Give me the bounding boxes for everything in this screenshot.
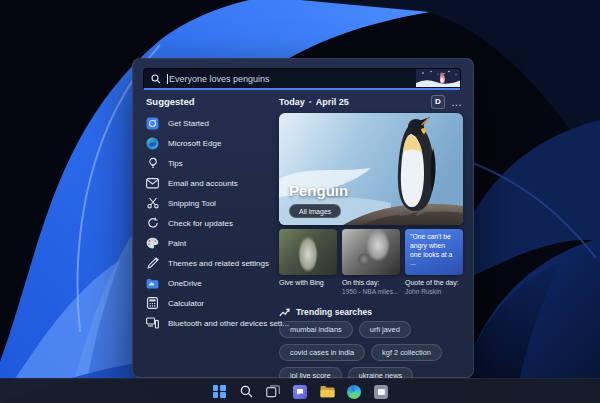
sidebar-item-microsoft-edge[interactable]: Microsoft Edge: [141, 133, 275, 153]
quote-of-the-day-card[interactable]: "One can't be angry when one looks at a …: [405, 229, 463, 275]
quote-text: "One can't be angry when one looks at a …: [405, 229, 463, 272]
onedrive-icon: [146, 277, 159, 290]
search-query-text: Everyone loves penguins: [167, 74, 416, 84]
task-view-icon: [266, 385, 280, 398]
trending-searches-header: Trending searches: [279, 307, 372, 317]
penguin-doodle-illustration: [416, 69, 460, 88]
hero-image-card-penguin[interactable]: Penguin All images: [279, 113, 463, 225]
themes-icon: [146, 257, 159, 270]
sidebar-item-get-started[interactable]: Get Started: [141, 113, 275, 133]
sidebar-item-label: Tips: [168, 159, 183, 168]
sidebar-item-label: Themes and related settings: [168, 259, 269, 268]
trending-pill[interactable]: urfi javed: [359, 321, 411, 338]
chat-button[interactable]: [292, 384, 308, 400]
tips-icon: [146, 157, 159, 170]
sidebar-item-label: Calculator: [168, 299, 204, 308]
search-panel: Everyone loves penguins Suggested Today …: [132, 58, 474, 378]
sidebar-item-snipping-tool[interactable]: Snipping Tool: [141, 193, 275, 213]
sidebar-item-label: Bluetooth and other devices sett...: [168, 319, 289, 328]
sidebar-item-label: OneDrive: [168, 279, 202, 288]
file-explorer-icon: [320, 385, 335, 398]
trending-arrow-icon: [279, 308, 290, 317]
sidebar-item-tips[interactable]: Tips: [141, 153, 275, 173]
file-explorer-button[interactable]: [319, 384, 335, 400]
date-label: April 25: [316, 97, 349, 107]
quote-caption: Quote of the day: John Ruskin: [405, 279, 463, 295]
trending-pill[interactable]: kgf 2 collection: [371, 344, 442, 361]
taskbar-search-button[interactable]: [238, 384, 254, 400]
windows-logo-icon: [213, 385, 226, 398]
sidebar-item-onedrive[interactable]: OneDrive: [141, 273, 275, 293]
sidebar-item-label: Email and accounts: [168, 179, 238, 188]
microsoft-edge-button[interactable]: [346, 384, 362, 400]
trending-pills: mumbai indians urfi javed covid cases in…: [279, 321, 469, 384]
sidebar-item-check-updates[interactable]: Check for updates: [141, 213, 275, 233]
date-header[interactable]: Today • April 25 D …: [279, 95, 463, 108]
snipping-tool-icon: [146, 197, 159, 210]
task-view-button[interactable]: [265, 384, 281, 400]
email-icon: [146, 177, 159, 190]
bluetooth-icon: [146, 317, 159, 330]
daily-cards-captions: Give with Bing On this day: 1950 - NBA m…: [279, 279, 463, 295]
daily-cards-row: "One can't be angry when one looks at a …: [279, 229, 463, 275]
calculator-icon: [146, 297, 159, 310]
sidebar-item-label: Check for updates: [168, 219, 233, 228]
sidebar-item-label: Microsoft Edge: [168, 139, 221, 148]
text-caret: [167, 74, 168, 84]
trending-pill[interactable]: covid cases in india: [279, 344, 365, 361]
start-button[interactable]: [211, 384, 227, 400]
search-icon: [240, 385, 253, 398]
trending-searches-label: Trending searches: [296, 307, 372, 317]
sidebar-item-label: Paint: [168, 239, 186, 248]
on-this-day-card[interactable]: [342, 229, 400, 275]
all-images-badge[interactable]: All images: [289, 204, 341, 218]
today-label: Today: [279, 97, 305, 107]
suggested-list: Get Started Microsoft Edge Tips Email an…: [141, 113, 275, 333]
chat-icon: [293, 385, 307, 399]
suggested-header: Suggested: [146, 96, 195, 107]
more-options-icon[interactable]: …: [451, 99, 463, 105]
give-with-bing-card[interactable]: [279, 229, 337, 275]
trending-pill[interactable]: mumbai indians: [279, 321, 353, 338]
get-started-icon: [146, 117, 159, 130]
search-input[interactable]: Everyone loves penguins: [143, 68, 461, 90]
check-updates-icon: [146, 217, 159, 230]
on-this-day-caption: On this day: 1950 - NBA miles...: [342, 279, 400, 295]
sidebar-item-label: Snipping Tool: [168, 199, 216, 208]
sidebar-item-calculator[interactable]: Calculator: [141, 293, 275, 313]
sidebar-item-paint[interactable]: Paint: [141, 233, 275, 253]
microsoft-edge-icon: [146, 137, 159, 150]
sidebar-item-bluetooth-devices[interactable]: Bluetooth and other devices sett...: [141, 313, 275, 333]
give-with-bing-caption: Give with Bing: [279, 279, 337, 295]
microsoft-edge-icon: [347, 385, 361, 399]
paint-icon: [146, 237, 159, 250]
search-icon: [151, 74, 161, 84]
sidebar-item-email-accounts[interactable]: Email and accounts: [141, 173, 275, 193]
taskbar: [0, 378, 600, 403]
profile-badge[interactable]: D: [431, 95, 445, 109]
microsoft-store-icon: [374, 385, 388, 399]
sidebar-item-label: Get Started: [168, 119, 209, 128]
sidebar-item-themes[interactable]: Themes and related settings: [141, 253, 275, 273]
hero-title: Penguin: [289, 182, 348, 199]
dot-separator: •: [309, 97, 312, 106]
microsoft-store-button[interactable]: [373, 384, 389, 400]
